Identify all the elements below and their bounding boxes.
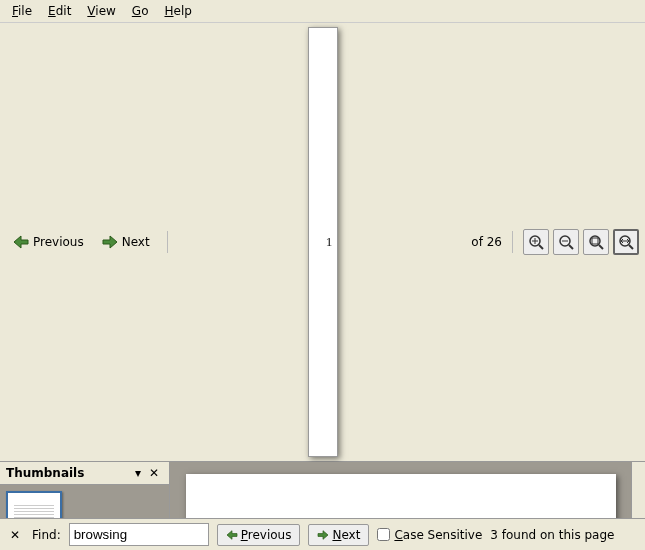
sidebar-menu-icon[interactable]: ▾ (131, 466, 145, 480)
menu-file[interactable]: FFileile (4, 2, 40, 20)
svg-line-1 (539, 245, 543, 249)
sidebar-header: Thumbnails ▾ ✕ (0, 462, 169, 485)
previous-label: Previous (33, 235, 84, 249)
sidebar: Thumbnails ▾ ✕ 1 2 3 4 5 (0, 462, 170, 518)
zoom-out-icon (558, 234, 574, 250)
menubar: FFileile Edit View Go Help (0, 0, 645, 23)
svg-rect-9 (592, 238, 598, 244)
document-page: Browsing and Querying in Online Document… (186, 474, 616, 518)
next-page-button[interactable]: Next (95, 231, 157, 253)
menu-help[interactable]: Help (156, 2, 199, 20)
zoom-in-icon (528, 234, 544, 250)
previous-page-button[interactable]: Previous (6, 231, 91, 253)
find-next-button[interactable]: Next (308, 524, 369, 546)
menu-edit[interactable]: Edit (40, 2, 79, 20)
zoom-fit-button[interactable] (583, 229, 609, 255)
zoom-width-button[interactable] (613, 229, 639, 255)
find-previous-button[interactable]: Previous (217, 524, 301, 546)
arrow-right-icon (102, 235, 118, 249)
find-close-icon[interactable]: ✕ (6, 528, 24, 542)
toolbar: Previous Next of 26 (0, 23, 645, 462)
arrow-left-icon (226, 530, 238, 540)
sidebar-title: Thumbnails (6, 466, 84, 480)
menu-view[interactable]: View (79, 2, 123, 20)
find-bar: ✕ Find: Previous Next Case Sensitive 3 f… (0, 518, 645, 550)
next-label: Next (122, 235, 150, 249)
find-label: Find: (32, 528, 61, 542)
zoom-out-button[interactable] (553, 229, 579, 255)
page-total: of 26 (471, 235, 502, 249)
document-viewport[interactable]: Browsing and Querying in Online Document… (170, 462, 631, 518)
vertical-scrollbar[interactable] (631, 462, 645, 518)
main-area: Thumbnails ▾ ✕ 1 2 3 4 5 Browsing and Qu… (0, 462, 645, 518)
svg-line-11 (629, 245, 633, 249)
arrow-left-icon (13, 235, 29, 249)
zoom-in-button[interactable] (523, 229, 549, 255)
thumbnail-list[interactable]: 1 2 3 4 5 (0, 485, 169, 518)
zoom-width-icon (618, 234, 634, 250)
arrow-right-icon (317, 530, 329, 540)
find-status: 3 found on this page (490, 528, 614, 542)
find-input[interactable] (69, 523, 209, 546)
svg-line-5 (569, 245, 573, 249)
case-sensitive-checkbox[interactable]: Case Sensitive (377, 528, 482, 542)
zoom-fit-icon (588, 234, 604, 250)
sidebar-close-icon[interactable]: ✕ (145, 466, 163, 480)
menu-go[interactable]: Go (124, 2, 157, 20)
page-input[interactable] (308, 27, 338, 457)
svg-line-8 (599, 245, 603, 249)
thumbnail-1[interactable]: 1 (6, 491, 163, 518)
